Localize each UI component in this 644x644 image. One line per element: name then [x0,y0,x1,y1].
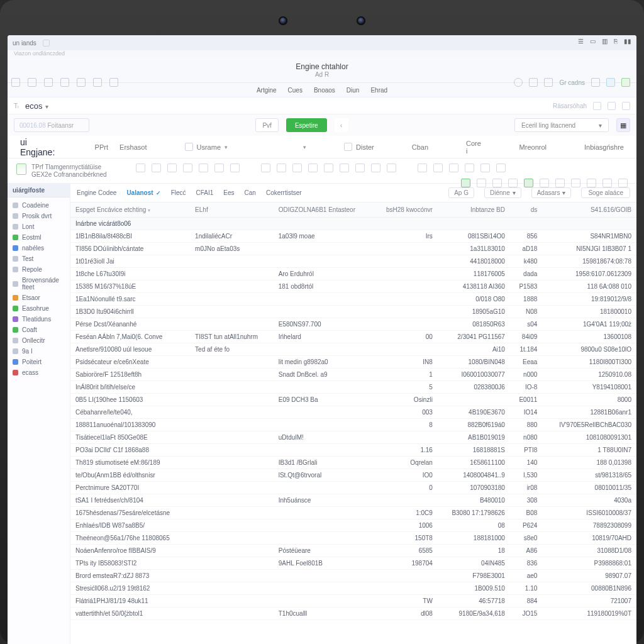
table-row[interactable]: 1675hésdenas/75esáre/elcetásne1:0C9B3080… [70,507,636,519]
table-row[interactable]: Tisátiecel1laFt 850Ge08EuDtdulM!AB1B0190… [70,431,636,444]
sidebar-item[interactable]: Coaft [8,325,70,335]
sidebar-item[interactable]: 9a I [8,346,70,357]
panel-field[interactable]: Usrame▾ [185,143,228,151]
tool-icon[interactable] [93,78,102,87]
panel-field[interactable]: ▾ [303,144,306,150]
toolbar-icon[interactable] [387,164,396,172]
tool-icon[interactable] [44,78,53,87]
tab[interactable]: Engine Codee [77,189,116,196]
table-row[interactable]: 1lB1nB8ila/8t488cBI1ndilaliécACr1a03l9 m… [70,230,636,243]
tab[interactable]: Cokerrtistser [266,189,302,196]
search-input[interactable]: 00016.08 Foitaansr [14,118,89,132]
table-row[interactable]: PO3ai DClld' C1f 1868a881.1616818881SPTI… [70,444,636,457]
table-row[interactable]: 15385 M16/37%18úE181 obd8rtól4138118 AI3… [70,280,636,293]
sidebar-item[interactable]: Etsaor [8,292,70,303]
toolbar-icon[interactable] [465,164,474,172]
tab-dropdown[interactable]: Diénne ▾ [484,187,521,198]
sidebar-item[interactable]: Repole [8,264,70,275]
right-dropdown[interactable]: Eceril ling litacnend▾ [514,118,609,132]
tab[interactable]: CFAI1 [196,189,214,196]
menu-item[interactable]: Diun [347,87,360,94]
table-row[interactable]: TPts ity IB58083!STI29AHL Foel801B198704… [70,557,636,570]
toolbar-icon[interactable] [449,164,458,172]
toolbar-icon[interactable] [308,164,318,172]
tab-action-button[interactable]: Soge alaáce [581,187,630,198]
clock-icon[interactable] [514,78,523,87]
table-row[interactable]: Feséan AÁbln 7,Mai0(6. ConveTI8ST tun at… [70,331,636,343]
action-icon[interactable] [622,102,630,110]
menu-item[interactable]: Ehrad [370,87,387,94]
table-row[interactable]: Brord emsteaR7:dZJ 8873F798E3001ae098907… [70,570,636,582]
panel-field[interactable]: Dister [344,143,374,151]
table-row[interactable]: TI856 DOúíinibh/cántatem0JNo aEta03s1a31… [70,243,636,255]
table-row[interactable]: 1t01ré3ioll Jai4418018000k480159818674:0… [70,255,636,268]
primary-action-button[interactable]: Espetire [286,118,327,132]
tab[interactable]: Flecć [171,189,186,196]
tab-search-input[interactable]: Ap G [448,187,474,198]
toolbar-icon[interactable] [324,164,333,172]
toolbar-icon[interactable] [152,164,161,172]
tab[interactable]: Ees [223,189,234,196]
panel-field[interactable]: Inbiasgńshre [584,143,624,151]
sidebar-item[interactable]: Easohrue [8,303,70,314]
table-row[interactable]: te/Obu(Anm1BB éd/olthsnisrlSt.Qt@6trvora… [70,469,636,482]
tab[interactable]: Ualanost✓ [126,189,160,196]
tool-icon[interactable] [11,78,20,87]
table-row[interactable]: 188811anuoénal/1013830908882B0f619á0880I… [70,419,636,431]
table-row[interactable]: Anetlsre/910080 uúl lesoueTed af éte foA… [70,343,636,356]
toolbar-icon[interactable] [167,164,177,172]
sidebar-item[interactable]: Eostml [8,232,70,243]
column-header[interactable]: bsH28 kwocónvr [373,203,438,218]
sidebar-item[interactable]: Coadeine [8,200,70,211]
sidebar-item[interactable]: Prosik dvrt [8,211,70,221]
table-row[interactable]: Enhlaés/IDB W87sa8B5/100608P624788923080… [70,519,636,532]
refresh-icon[interactable] [621,78,630,87]
note-icon[interactable] [544,78,553,87]
toolbar-icon[interactable] [136,164,145,172]
action-icon[interactable] [608,102,616,110]
table-row[interactable]: Theéneon@56a1/76he 11808065150T818818100… [70,532,636,545]
toolbar-icon[interactable] [199,164,208,172]
toolbar-icon[interactable] [214,164,224,172]
table-row[interactable]: 1t8che L67tu30I9iAro Erduhról118176005da… [70,268,636,280]
table-row[interactable]: Psidsécateur e/ce6nXeatelit medin g8982a… [70,356,636,369]
toolbar-icon[interactable] [355,164,365,172]
filter-pill-button[interactable]: Pvf [255,118,278,132]
toolbar-icon[interactable] [418,164,427,172]
grid-icon[interactable]: ▦ [616,118,630,132]
sidebar-item[interactable]: Test [8,253,70,264]
toolbar-icon[interactable] [261,164,270,172]
chevron-down-icon[interactable]: ‹ [335,118,348,132]
table-row[interactable]: 0B5 LI(190hee 1150603E09 DCH3 BaOsinzliE… [70,394,636,406]
column-header[interactable]: ELhf [190,203,274,218]
menu-item[interactable]: Artgine [257,87,277,94]
sidebar-item[interactable]: Onllecitr [8,335,70,346]
table-row[interactable]: Flátriá1PHJ/81/19 48uk11TW46:57718884721… [70,595,636,608]
sidebar-item[interactable]: Lont [8,221,70,232]
menu-item[interactable]: Bnoaos [314,87,335,94]
toolbar-icon[interactable] [183,164,192,172]
table-row[interactable]: vattertithh/et 50/0{żbtol1T1h0cuallldl08… [70,608,636,620]
action-icon[interactable] [593,102,601,110]
mail-icon[interactable] [606,78,615,87]
breadcrumb[interactable]: ecos▾ [25,101,48,111]
column-header[interactable]: Espget Encávice etchting▾ [70,203,190,218]
menu-item[interactable]: Cues [288,87,303,94]
tool-icon[interactable] [109,78,118,87]
sidebar-item[interactable]: Tleatiduns [8,314,70,325]
tab[interactable]: Can [245,189,256,196]
table-row[interactable]: Pérse Dcst/XéananhéE580NS97.700081850R63… [70,318,636,331]
table-row[interactable]: Stresićll068.u2/19 19t81621B009.5101.100… [70,582,636,595]
play-icon[interactable] [591,78,600,87]
panel-field[interactable]: Cban [412,143,428,151]
table-row[interactable]: tSA1 I fetrédser/ch/8104Inh5uánsceB48001… [70,494,636,507]
toolbar-icon[interactable] [277,164,286,172]
toolbar-icon[interactable] [480,164,490,172]
table-row[interactable]: 1Ea1Nóonullé t9.sarc0/018 O80188819:8190… [70,293,636,306]
sidebar-item[interactable]: nabéles [8,243,70,253]
table-row[interactable]: Th819 stiumotiseté eM:86/189IB3d1 /BGrla… [70,457,636,469]
tool-icon[interactable] [77,78,86,87]
toolbar-icon[interactable] [371,164,380,172]
panel-field[interactable]: PPrt Ershasot [95,143,147,151]
panel-field[interactable]: Core i [466,140,482,155]
